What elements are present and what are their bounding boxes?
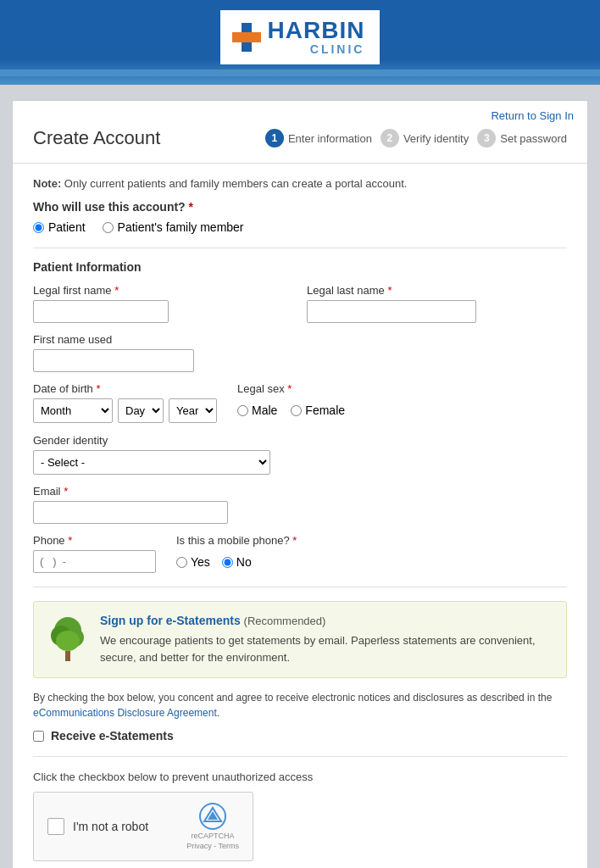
radio-family-input[interactable]: [103, 222, 114, 233]
note-content: Only current patients and family members…: [64, 177, 408, 190]
first-name-used-input[interactable]: [33, 349, 194, 372]
gender-identity-field: Gender identity - Select - Male Female N…: [33, 433, 567, 475]
radio-patient-label: Patient: [48, 220, 86, 234]
page-container: Return to Sign In Create Account 1 Enter…: [12, 100, 588, 868]
dob-section: Date of birth * Month JanuaryFebruaryMar…: [33, 382, 217, 423]
mobile-label: Is this a mobile phone? *: [176, 534, 297, 547]
consent-text: By checking the box below, you concent a…: [33, 690, 567, 721]
radio-female-label: Female: [305, 403, 345, 417]
svg-rect-4: [65, 651, 70, 661]
radio-no-label: No: [236, 555, 252, 569]
gender-identity-label: Gender identity: [33, 434, 108, 447]
who-label: Who will use this account? *: [33, 200, 567, 214]
radio-family[interactable]: Patient's family member: [103, 220, 244, 234]
form-title: Create Account: [33, 127, 160, 149]
logo-box: HARBIN CLINIC: [220, 10, 381, 64]
legal-last-name-label: Legal last name *: [307, 284, 567, 297]
captcha-right: reCAPTCHA Privacy - Terms: [186, 803, 239, 850]
return-to-signin-link[interactable]: Return to Sign In: [491, 109, 574, 122]
account-type-group: Patient Patient's family member: [33, 220, 567, 234]
logo-cross-icon: [232, 23, 261, 52]
mobile-radios: Yes No: [176, 550, 297, 569]
captcha-brand: reCAPTCHA: [192, 832, 235, 840]
email-label: Email *: [33, 485, 567, 498]
estates-body: We encourage patients to get statements …: [100, 632, 553, 665]
steps-indicator: 1 Enter information 2 Verify identity 3 …: [265, 129, 567, 147]
legal-sex-label: Legal sex *: [237, 382, 345, 395]
logo-name: HARBIN: [268, 19, 365, 42]
radio-yes-input[interactable]: [176, 557, 187, 568]
legal-first-name-label: Legal first name *: [33, 284, 293, 297]
form-header: Create Account 1 Enter information 2 Ver…: [13, 127, 587, 164]
dob-selects: Month JanuaryFebruaryMarch AprilMayJune …: [33, 398, 217, 423]
estates-box: Sign up for e-Statements (Recommended) W…: [33, 601, 567, 678]
divider-3: [33, 756, 567, 757]
step-3-number: 3: [477, 129, 496, 147]
captcha-privacy: Privacy - Terms: [186, 842, 239, 850]
tree-icon: [47, 614, 88, 665]
radio-no-input[interactable]: [222, 557, 233, 568]
legal-sex-section: Legal sex * Male Female: [237, 382, 345, 417]
captcha-box[interactable]: I'm not a robot reCAPTCHA Privacy - Term…: [33, 792, 253, 861]
svg-point-3: [56, 631, 80, 651]
header-strip: [0, 70, 600, 76]
radio-family-label: Patient's family member: [118, 220, 244, 234]
step-3: 3 Set password: [477, 129, 567, 147]
legal-last-name-input[interactable]: [307, 300, 476, 323]
day-select[interactable]: Day: [118, 398, 164, 423]
step-2-label: Verify identity: [403, 132, 469, 145]
radio-patient[interactable]: Patient: [33, 220, 86, 234]
step-1-label: Enter information: [288, 132, 372, 145]
dob-sex-row: Date of birth * Month JanuaryFebruaryMar…: [33, 382, 567, 423]
patient-info-title: Patient Information: [33, 260, 567, 274]
radio-yes-label: Yes: [191, 555, 210, 569]
phone-input[interactable]: [33, 550, 156, 573]
legal-first-name-input[interactable]: [33, 300, 169, 323]
header: HARBIN CLINIC: [0, 0, 600, 85]
radio-male-label: Male: [252, 403, 277, 417]
legal-sex-radios: Male Female: [237, 398, 345, 417]
month-select[interactable]: Month JanuaryFebruaryMarch AprilMayJune …: [33, 398, 113, 423]
captcha-note: Click the checkbox below to prevent unau…: [33, 771, 567, 783]
estates-text: Sign up for e-Statements (Recommended) W…: [100, 614, 553, 665]
recaptcha-logo-icon: [199, 803, 226, 830]
first-name-used-label: First name used: [33, 333, 567, 346]
radio-male[interactable]: Male: [237, 403, 277, 417]
legal-last-name-field: Legal last name *: [307, 284, 567, 323]
form-body: Note: Only current patients and family m…: [13, 164, 587, 868]
captcha-left: I'm not a robot: [47, 818, 148, 835]
step-3-label: Set password: [500, 132, 567, 145]
captcha-label: I'm not a robot: [73, 820, 148, 833]
dob-label: Date of birth *: [33, 382, 217, 395]
radio-no[interactable]: No: [222, 555, 252, 569]
radio-yes[interactable]: Yes: [176, 555, 210, 569]
note-text: Note: Only current patients and family m…: [33, 177, 567, 190]
phone-section: Phone *: [33, 534, 156, 573]
estates-recommended: (Recommended): [244, 615, 326, 627]
radio-female-input[interactable]: [291, 405, 302, 416]
estates-heading: Sign up for e-Statements: [100, 614, 241, 627]
receive-estates-checkbox[interactable]: [33, 731, 44, 742]
divider-1: [33, 248, 567, 248]
step-2: 2 Verify identity: [381, 129, 469, 147]
step-1-number: 1: [265, 129, 284, 147]
divider-2: [33, 587, 567, 587]
email-field: Email *: [33, 485, 567, 524]
email-input[interactable]: [33, 501, 228, 524]
gender-identity-select[interactable]: - Select - Male Female Non-binary Prefer…: [33, 450, 270, 475]
radio-female[interactable]: Female: [291, 403, 345, 417]
first-name-used-field: First name used: [33, 333, 567, 372]
radio-male-input[interactable]: [237, 405, 248, 416]
step-1: 1 Enter information: [265, 129, 372, 147]
return-link-container: Return to Sign In: [13, 101, 587, 127]
year-select[interactable]: Year: [169, 398, 217, 423]
logo-text: HARBIN CLINIC: [268, 19, 365, 56]
note-bold: Note:: [33, 177, 61, 190]
name-row: Legal first name * Legal last name *: [33, 284, 567, 323]
mobile-section: Is this a mobile phone? * Yes No: [176, 534, 297, 569]
step-2-number: 2: [381, 129, 399, 147]
receive-estates-label[interactable]: Receive e-Statements: [51, 729, 174, 743]
radio-patient-input[interactable]: [33, 222, 44, 233]
consent-link[interactable]: eCommunications Disclosure Agreement: [33, 707, 217, 719]
captcha-checkbox[interactable]: [47, 818, 64, 835]
